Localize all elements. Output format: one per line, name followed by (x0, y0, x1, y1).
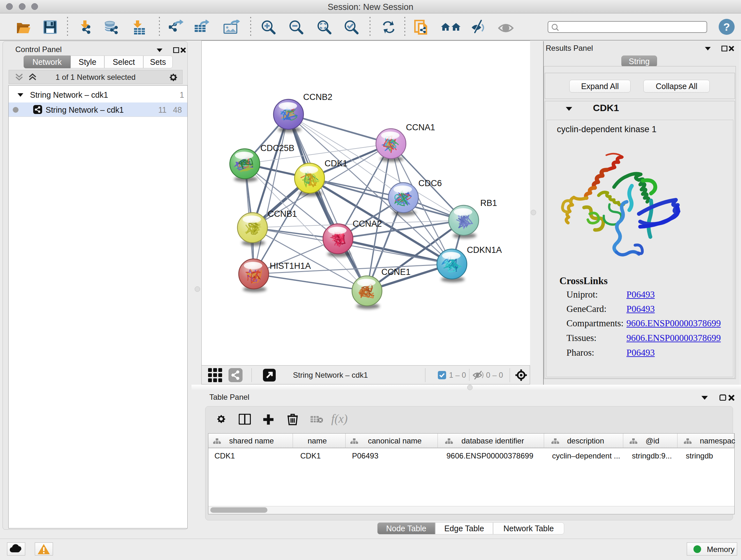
svg-text:CCNB2: CCNB2 (303, 92, 333, 102)
svg-text:CCNA2: CCNA2 (353, 219, 382, 229)
svg-text:CCNB1: CCNB1 (268, 209, 297, 219)
svg-text:CDC6: CDC6 (418, 179, 442, 188)
svg-text:RB1: RB1 (480, 198, 497, 208)
svg-text:HIST1H1A: HIST1H1A (270, 261, 311, 271)
svg-text:CCNA1: CCNA1 (406, 123, 435, 132)
svg-text:CDC25B: CDC25B (260, 143, 294, 153)
svg-text:CDK1: CDK1 (325, 159, 347, 168)
svg-text:CCNE1: CCNE1 (381, 267, 411, 277)
svg-text:CDKN1A: CDKN1A (467, 245, 502, 255)
